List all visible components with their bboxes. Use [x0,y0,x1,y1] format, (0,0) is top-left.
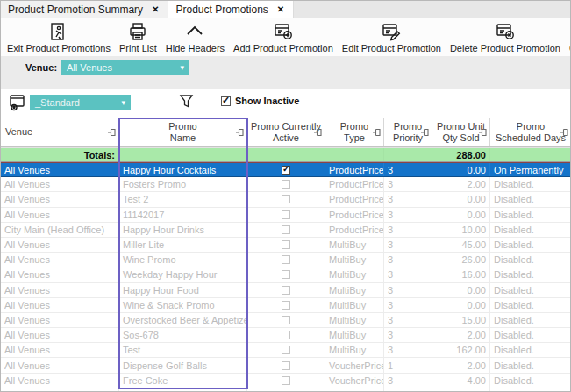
cell-promo-currently-active [247,328,325,342]
active-checkbox[interactable] [282,225,290,234]
pin-icon[interactable] [372,128,381,139]
exit-product-promotions-button[interactable]: Exit Product Promotions [3,19,115,54]
pin-icon[interactable] [107,128,116,139]
cell-promo-unit-qty-sold: 2.00 [432,328,490,342]
cell-promo-unit-qty-sold: 26.00 [432,253,490,267]
cell-promo-priority: 3 [384,192,432,206]
edit-product-promotion-button[interactable]: Edit Product Promotion [338,19,446,54]
cell-promo-unit-qty-sold: 0.00 [432,208,490,222]
cell-promo-priority: 3 [384,163,432,176]
table-row[interactable]: All Venues Wine & Snack Promo MultiBuy 3… [1,298,571,313]
pin-icon[interactable] [235,128,244,139]
column-header-promo-name[interactable]: Promo Name [119,118,247,146]
layout-view-button[interactable] [8,94,27,111]
table-row[interactable]: All Venues Wine Promo MultiBuy 3 26.00 D… [1,253,571,267]
active-checkbox[interactable] [282,195,290,203]
show-inactive-label: Show Inactive [235,96,299,106]
print-list-button[interactable]: Print List [115,19,161,54]
active-checkbox[interactable] [282,286,290,295]
active-checkbox[interactable] [282,270,290,279]
cell-promo-type: ProductPrice [325,208,384,222]
column-header-promo-currently-active[interactable]: Promo Currently Active [247,118,325,146]
cell-venue: All Venues [1,358,119,372]
column-header-promo-type[interactable]: Promo Type [325,118,384,146]
table-row[interactable]: All Venues Sos-678 MultiBuy 3 2.00 Disab… [1,328,571,343]
cell-promo-priority: 3 [384,177,432,191]
active-checkbox[interactable] [282,346,290,354]
active-checkbox[interactable] [282,331,290,339]
table-row[interactable]: All Venues Happy Hour Food MultiBuy 3 0.… [1,283,571,298]
chevron-down-icon: ▾ [180,63,184,72]
table-row[interactable]: All Venues 11142017 ProductPrice 3 0.00 … [1,208,571,223]
layout-select[interactable]: _Standard ▾ [30,95,131,110]
cell-promo-scheduled-days: Disabled. [490,328,571,342]
close-icon[interactable]: ✕ [152,4,159,14]
cell-promo-unit-qty-sold: 0.00 [432,163,490,176]
cell-promo-type: ProductPrice [325,223,384,237]
active-checkbox[interactable] [282,240,290,249]
venue-select[interactable]: All Venues ▾ [61,60,189,75]
pin-icon[interactable] [478,128,487,139]
cell-promo-scheduled-days: Disabled. [490,374,571,388]
tab-product-promotions[interactable]: Product Promotions ✕ [168,1,294,18]
add-product-promotion-button[interactable]: Add Product Promotion [229,19,338,54]
active-checkbox[interactable] [282,361,290,370]
close-icon[interactable]: ✕ [277,4,284,14]
toolbar-label: Add Product Promotion [233,43,333,53]
hide-headers-button[interactable]: Hide Headers [161,19,229,54]
table-row[interactable]: All Venues Free Coke VoucherPrice 3 4.00… [1,374,571,388]
chevron-down-icon: ▾ [121,98,125,107]
cell-promo-type: MultiBuy [325,298,384,312]
filter-button[interactable] [179,94,194,111]
cell-promo-scheduled-days: Disabled. [490,343,571,357]
cell-promo-scheduled-days: Disabled. [490,253,571,267]
add-promotion-icon [273,20,294,43]
table-row[interactable]: All Venues Dispense Golf Balls VoucherPr… [1,358,571,373]
cell-promo-currently-active [247,223,325,237]
delete-product-promotion-button[interactable]: Delete Product Promotion [446,19,565,54]
active-checkbox[interactable] [282,180,290,189]
table-row[interactable]: All Venues Happy Hour Cocktails ProductP… [1,162,571,177]
cell-venue: All Venues [1,163,119,176]
active-checkbox[interactable] [282,210,290,219]
tab-product-promotion-summary[interactable]: Product Promotion Summary ✕ [1,1,168,18]
column-header-promo-unit-qty-sold[interactable]: Promo Unit Qty Sold [432,118,490,146]
table-row-partial[interactable] [1,388,571,391]
cell-promo-scheduled-days: Disabled. [490,208,571,222]
tab-bar: Product Promotion Summary ✕ Product Prom… [1,1,570,18]
table-row[interactable]: All Venues Miller Lite MultiBuy 3 45.00 … [1,238,571,253]
copy-existing-promotion-button[interactable]: Copy Existing Promotion [565,19,571,54]
cell-promo-scheduled-days [490,388,571,391]
cell-venue: All Venues [1,177,119,191]
toolbar-label: Delete Product Promotion [450,43,560,53]
pin-icon[interactable] [313,128,322,139]
active-checkbox[interactable] [282,301,290,310]
cell-promo-name: Wine & Snack Promo [119,298,247,312]
table-row[interactable]: All Venues Fosters Promo ProductPrice 3 … [1,177,571,192]
cell-promo-priority: 3 [384,223,432,237]
cell-promo-type: VoucherPrice [325,374,384,388]
checkbox-checked-icon[interactable] [221,96,231,106]
cell-promo-currently-active [247,177,325,191]
edit-promotion-icon [381,20,402,43]
column-header-promo-scheduled-days[interactable]: Promo Scheduled Days [490,118,571,146]
column-header-promo-priority[interactable]: Promo Priority [384,118,432,146]
table-row[interactable]: City Main (Head Office) Happy Hour Drink… [1,223,571,238]
show-inactive-checkbox[interactable]: Show Inactive [221,96,299,106]
table-row[interactable]: All Venues Overstocked Beer & Appetizer … [1,313,571,328]
cell-promo-scheduled-days: On Permanently [490,163,571,176]
active-checkbox[interactable] [282,376,290,385]
active-checkbox[interactable] [282,255,290,264]
view-layout-icon [8,101,27,114]
column-header-venue[interactable]: Venue [1,118,119,146]
table-row[interactable]: All Venues Test MultiBuy 3 162.00 Disabl… [1,343,571,358]
venue-select-value: All Venues [67,62,112,73]
table-row[interactable]: All Venues Weekday Happy Hour MultiBuy 3… [1,267,571,282]
pin-icon[interactable] [420,128,429,139]
active-checkbox[interactable] [282,166,290,175]
cell-promo-unit-qty-sold: 2.00 [432,358,490,372]
pin-icon[interactable] [560,128,568,139]
table-row[interactable]: All Venues Test 2 ProductPrice 3 0.00 Di… [1,192,571,207]
cell-promo-name [119,388,247,391]
active-checkbox[interactable] [282,316,290,324]
